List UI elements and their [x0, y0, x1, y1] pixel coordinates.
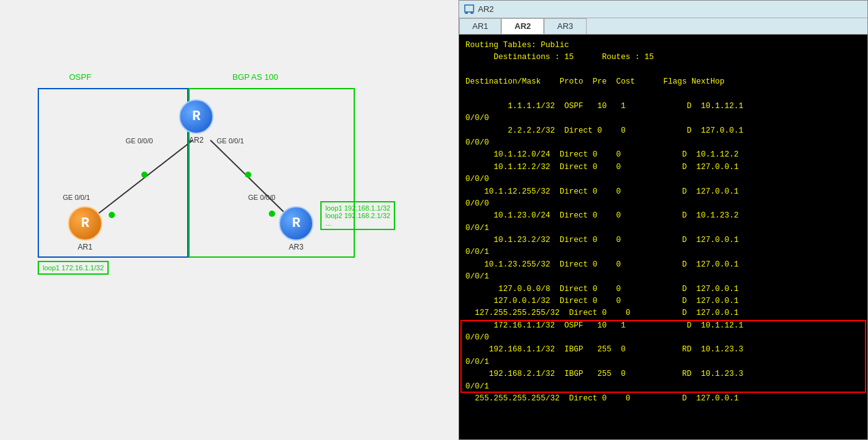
route-1-2: 0/0/0 — [465, 113, 861, 124]
terminal-content: Routing Tables: Public Destinations : 15… — [459, 35, 867, 439]
ospf-box — [38, 88, 188, 258]
ar3-info-box: loop1 192.168.1.1/32 loop2 192.168.2.1/3… — [320, 201, 395, 230]
route-6-1: 10.1.23.0/24 Direct 0 0 D 10.1.23.2 — [465, 210, 861, 222]
if-label-ge1-ar1: GE 0/0/1 — [63, 194, 90, 201]
ar3-loop1: loop1 192.168.1.1/32 — [325, 204, 390, 212]
tab-ar2[interactable]: AR2 — [501, 18, 544, 34]
network-diagram: OSPF BGP AS 100 R AR2 R AR1 R AR3 GE 0/0… — [0, 0, 458, 440]
route-15-1: 255.255.255.255/32 Direct 0 0 D 127.0.0.… — [465, 393, 861, 405]
bgp-label: BGP AS 100 — [232, 72, 278, 82]
if-label-ge0-ar3: GE 0/0/0 — [248, 194, 275, 201]
if-label-ge0-ar2-left: GE 0/0/0 — [126, 137, 153, 145]
route-2-2: 0/0/0 — [465, 137, 861, 149]
route-14-2: 0/0/1 — [465, 381, 861, 393]
route-13-1: 192.168.1.1/32 IBGP 255 0 RD 10.1.23.3 — [465, 344, 861, 356]
title-bar: AR2 — [459, 1, 867, 18]
route-4-1: 10.1.12.2/32 Direct 0 0 D 127.0.0.1 — [465, 162, 861, 173]
router-ar3-icon: R — [279, 206, 313, 241]
tab-bar: AR1 AR2 AR3 — [459, 18, 867, 35]
route-2-1: 2.2.2.2/32 Direct 0 0 D 127.0.0.1 — [465, 125, 861, 137]
router-ar2: R AR2 — [179, 99, 214, 145]
ar3-loop2: loop2 192.168.2.1/32 — [325, 212, 390, 219]
route-8-2: 0/0/1 — [465, 271, 861, 283]
window-title: AR2 — [478, 4, 494, 14]
route-6-2: 0/0/1 — [465, 223, 861, 234]
router-ar1-icon: R — [68, 206, 102, 241]
tab-ar3[interactable]: AR3 — [544, 18, 586, 34]
tab-ar1[interactable]: AR1 — [459, 18, 501, 34]
route-3-1: 10.1.12.0/24 Direct 0 0 D 10.1.12.2 — [465, 149, 861, 161]
terminal-icon — [464, 4, 474, 14]
if-label-ge1-ar2-right: GE 0/0/1 — [217, 137, 244, 145]
terminal-panel: AR2 AR1 AR2 AR3 Routing Tables: Public D… — [458, 0, 868, 440]
route-12-2: 0/0/0 — [465, 332, 861, 344]
route-12-1: 172.16.1.1/32 OSPF 10 1 D 10.1.12.1 — [465, 320, 861, 332]
route-9-1: 127.0.0.0/8 Direct 0 0 D 127.0.0.1 — [465, 283, 861, 295]
router-ar1: R AR1 — [68, 206, 102, 251]
router-ar2-label: AR2 — [189, 136, 203, 145]
route-7-1: 10.1.23.2/32 Direct 0 0 D 127.0.0.1 — [465, 234, 861, 246]
router-ar3-label: AR3 — [289, 243, 303, 251]
ar1-info-box: loop1 172.16.1.1/32 — [38, 261, 109, 275]
svg-rect-6 — [465, 5, 474, 12]
ospf-label: OSPF — [69, 72, 91, 82]
route-5-1: 10.1.12.255/32 Direct 0 0 D 127.0.0.1 — [465, 186, 861, 198]
route-10-1: 127.0.0.1/32 Direct 0 0 D 127.0.0.1 — [465, 295, 861, 307]
route-14-1: 192.168.2.1/32 IBGP 255 0 RD 10.1.23.3 — [465, 368, 861, 380]
router-ar2-icon: R — [179, 99, 214, 134]
router-ar3: R AR3 — [279, 206, 313, 251]
route-8-1: 10.1.23.255/32 Direct 0 0 D 127.0.0.1 — [465, 259, 861, 271]
router-ar1-label: AR1 — [78, 243, 92, 251]
route-7-2: 0/0/1 — [465, 246, 861, 258]
route-13-2: 0/0/1 — [465, 356, 861, 368]
empty-line1 — [465, 64, 861, 76]
ar3-more: ... — [325, 219, 390, 227]
route-11-1: 127.255.255.255/32 Direct 0 0 D 127.0.0.… — [465, 307, 861, 319]
route-4-2: 0/0/0 — [465, 173, 861, 185]
routing-table-header1: Routing Tables: Public — [465, 40, 861, 52]
empty-line2 — [465, 89, 861, 101]
route-5-2: 0/0/0 — [465, 198, 861, 210]
column-header: Destination/Mask Proto Pre Cost Flags Ne… — [465, 76, 861, 88]
route-1-1: 1.1.1.1/32 OSPF 10 1 D 10.1.12.1 — [465, 101, 861, 113]
routing-table-header2: Destinations : 15 Routes : 15 — [465, 52, 861, 63]
